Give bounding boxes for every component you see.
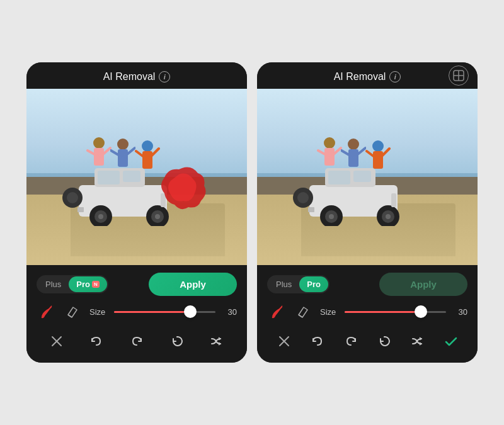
right-person2-svg bbox=[341, 138, 366, 182]
svg-point-46 bbox=[324, 137, 335, 149]
left-size-value: 30 bbox=[224, 307, 237, 317]
right-shuffle-button[interactable] bbox=[406, 330, 429, 353]
right-reset-button[interactable] bbox=[373, 330, 396, 353]
right-apply-button[interactable]: Apply bbox=[379, 273, 467, 296]
svg-rect-13 bbox=[77, 207, 84, 212]
left-slider-fill bbox=[114, 311, 190, 313]
left-plus-badge[interactable]: Plus bbox=[38, 276, 69, 292]
svg-rect-44 bbox=[391, 193, 396, 207]
left-undo-button[interactable] bbox=[85, 330, 108, 353]
svg-point-6 bbox=[98, 214, 103, 219]
left-n-badge: N bbox=[92, 281, 100, 288]
svg-point-11 bbox=[67, 192, 78, 203]
svg-rect-45 bbox=[308, 207, 314, 212]
right-size-row: Size 30 bbox=[267, 302, 467, 321]
right-slider-fill bbox=[345, 311, 421, 313]
left-apply-button[interactable]: Apply bbox=[149, 273, 237, 296]
svg-point-22 bbox=[142, 140, 153, 152]
right-header: AI Removal i bbox=[257, 62, 478, 89]
left-close-button[interactable] bbox=[45, 330, 68, 353]
svg-rect-51 bbox=[348, 149, 358, 167]
svg-rect-23 bbox=[142, 151, 152, 169]
left-redo-button[interactable] bbox=[125, 330, 148, 353]
right-bottom-panel: Plus Pro Apply bbox=[257, 265, 478, 363]
right-title-text: AI Removal bbox=[334, 71, 386, 82]
right-info-icon[interactable]: i bbox=[389, 71, 401, 82]
right-pro-badge[interactable]: Pro bbox=[299, 276, 328, 292]
svg-point-38 bbox=[329, 214, 334, 219]
left-actions-row bbox=[37, 327, 237, 355]
right-slider-thumb[interactable] bbox=[415, 305, 427, 318]
svg-point-50 bbox=[348, 139, 359, 150]
svg-point-43 bbox=[297, 192, 309, 203]
left-size-label: Size bbox=[89, 307, 105, 317]
person3-svg bbox=[135, 140, 160, 184]
svg-rect-19 bbox=[118, 149, 128, 167]
right-close-button[interactable] bbox=[273, 330, 295, 353]
compare-icon[interactable] bbox=[449, 65, 469, 86]
person1-svg bbox=[86, 137, 112, 181]
right-size-value: 30 bbox=[455, 307, 467, 317]
right-undo-button[interactable] bbox=[306, 330, 329, 353]
left-size-row: Size 30 bbox=[37, 302, 237, 321]
right-size-label: Size bbox=[320, 307, 336, 317]
right-actions-row bbox=[267, 327, 467, 355]
right-brush-icon[interactable] bbox=[267, 302, 286, 321]
right-person3-svg bbox=[365, 140, 391, 184]
left-title: AI Removal i bbox=[103, 71, 171, 82]
svg-line-26 bbox=[68, 315, 72, 317]
left-header: AI Removal i bbox=[26, 62, 247, 89]
left-reset-button[interactable] bbox=[166, 330, 188, 353]
paint-blob-svg bbox=[157, 162, 207, 212]
left-plan-badges: Plus Pro N bbox=[37, 275, 108, 293]
right-person1-svg bbox=[317, 137, 342, 181]
left-brush-icon[interactable] bbox=[37, 302, 55, 321]
right-eraser-icon[interactable] bbox=[292, 302, 311, 321]
svg-line-58 bbox=[299, 315, 302, 317]
left-bottom-panel: Plus Pro N Apply bbox=[26, 265, 247, 363]
right-plus-badge[interactable]: Plus bbox=[268, 276, 299, 292]
left-title-text: AI Removal bbox=[103, 71, 156, 82]
right-check-button[interactable] bbox=[440, 330, 462, 353]
right-title: AI Removal i bbox=[334, 71, 401, 82]
svg-rect-55 bbox=[373, 151, 383, 169]
left-image-area[interactable] bbox=[26, 89, 247, 265]
right-redo-button[interactable] bbox=[340, 330, 362, 353]
svg-point-18 bbox=[117, 139, 129, 150]
left-info-icon[interactable]: i bbox=[159, 71, 170, 82]
svg-point-14 bbox=[93, 137, 105, 149]
svg-point-54 bbox=[372, 140, 384, 152]
right-plan-badges: Plus Pro bbox=[267, 275, 329, 293]
left-eraser-icon[interactable] bbox=[62, 302, 81, 321]
right-image-area[interactable] bbox=[257, 89, 478, 265]
svg-point-9 bbox=[155, 214, 160, 219]
svg-point-41 bbox=[386, 214, 391, 219]
right-slider-track[interactable] bbox=[345, 311, 446, 313]
left-phone-card: AI Removal i bbox=[26, 62, 247, 363]
right-phone-card: AI Removal i bbox=[257, 62, 478, 363]
left-pro-badge[interactable]: Pro N bbox=[69, 276, 106, 292]
left-plan-apply-row: Plus Pro N Apply bbox=[37, 273, 237, 296]
right-plan-apply-row: Plus Pro Apply bbox=[267, 273, 467, 296]
person2-svg bbox=[110, 138, 135, 182]
left-shuffle-button[interactable] bbox=[205, 330, 228, 353]
left-slider-thumb[interactable] bbox=[184, 305, 197, 318]
left-slider-track[interactable] bbox=[114, 311, 215, 313]
